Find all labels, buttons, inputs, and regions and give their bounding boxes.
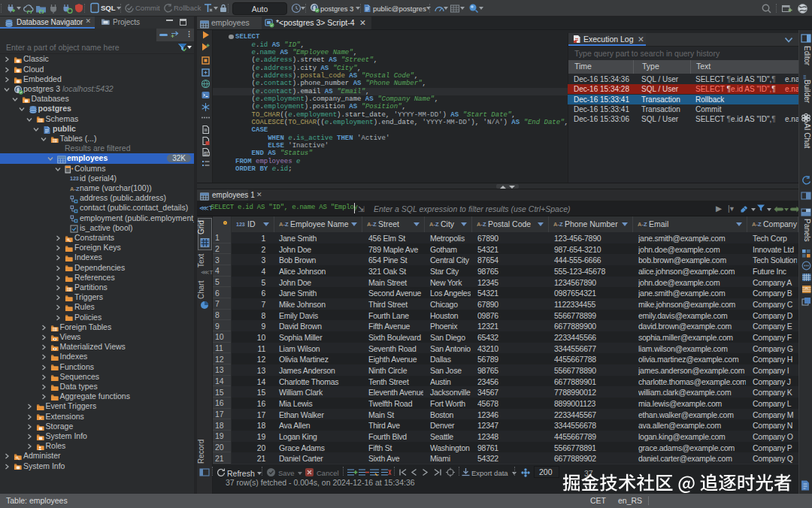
svg-text:loc: loc bbox=[205, 153, 209, 156]
